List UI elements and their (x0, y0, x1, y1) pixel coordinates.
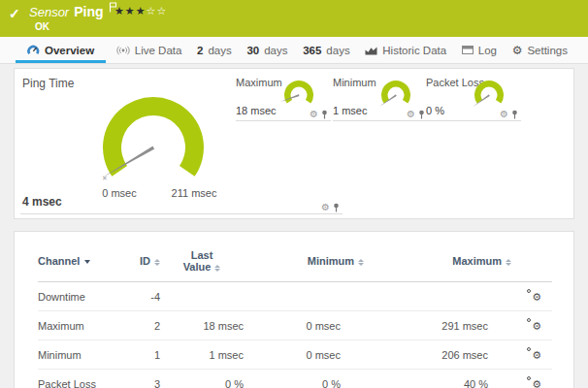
channel-maximum: 40 % (370, 370, 517, 388)
channel-last-value: 18 msec (160, 311, 244, 340)
packet-loss-gauge-widget: Packet Loss 0 % ⚙ (426, 75, 521, 121)
tab-2-days[interactable]: 2 days (192, 37, 237, 63)
gauge-current-value: 18 msec (236, 105, 277, 116)
channel-minimum (244, 282, 370, 311)
pin-icon[interactable] (333, 203, 340, 212)
gauge-scale-max: 211 msec (164, 187, 224, 199)
tab-label: days (326, 45, 349, 56)
channel-name: Packet Loss (38, 370, 125, 388)
tab-label: days (208, 45, 231, 56)
log-icon (462, 46, 474, 54)
channel-minimum: 0 msec (244, 311, 370, 340)
pin-icon[interactable] (321, 110, 328, 119)
tab-label: Historic Data (382, 45, 446, 56)
channel-name: Minimum (38, 340, 125, 370)
column-header-channel[interactable]: Channel (38, 242, 125, 282)
sort-desc-icon (84, 260, 90, 264)
tab-label: Settings (527, 45, 568, 56)
stars-empty: ☆☆ (147, 5, 168, 16)
pin-icon[interactable] (418, 110, 425, 119)
gauges-panel: Ping Time ✕ 0 msec 211 msec 4 msec ⚙ Max… (14, 68, 574, 219)
priority-stars[interactable]: ★★★☆☆ (114, 5, 167, 17)
tab-label: Live Data (135, 45, 182, 56)
gauge-dial (377, 79, 414, 106)
sensor-header: ✓ Sensor Ping ★★★☆☆ OK (0, 0, 588, 37)
channel-minimum: 0 msec (244, 340, 370, 370)
gauge-dial (471, 79, 507, 106)
table-row: Minimum 1 1 msec 0 msec 206 msec ⚙ (38, 340, 552, 370)
gauge-scale-min: 0 msec (94, 187, 145, 199)
stars-filled: ★★★ (114, 5, 147, 16)
channel-settings-icon[interactable]: ⚙ (527, 318, 541, 331)
gauge-current-value: 4 msec (22, 195, 62, 209)
tab-settings[interactable]: ⚙ Settings (507, 37, 572, 63)
channel-settings-icon[interactable]: ⚙ (527, 376, 541, 388)
gauge-current-value: 0 % (426, 105, 444, 116)
channel-id: 2 (125, 311, 160, 340)
tab-30-days[interactable]: 30 days (242, 37, 292, 63)
column-header-maximum[interactable]: Maximum (370, 242, 517, 282)
broadcast-icon (116, 46, 130, 55)
channel-maximum (370, 282, 517, 311)
tab-label: days (264, 45, 287, 56)
channels-panel: Channel ID LastValue Minimum Maximum Dow… (14, 231, 574, 388)
column-header-id[interactable]: ID (125, 242, 160, 282)
gear-icon: ⚙ (512, 46, 523, 55)
channel-id: 3 (125, 370, 160, 388)
status-check-icon: ✓ (9, 6, 20, 21)
sort-icon (506, 259, 511, 266)
area-chart-icon (365, 46, 377, 55)
sort-icon (214, 265, 220, 272)
table-row: Packet Loss 3 0 % 0 % 40 % ⚙ (38, 370, 552, 388)
tab-label: Overview (45, 45, 94, 56)
table-row: Maximum 2 18 msec 0 msec 291 msec ⚙ (38, 311, 552, 340)
tab-number: 2 (197, 45, 203, 56)
gear-icon[interactable]: ⚙ (321, 203, 330, 212)
gauge-icon (27, 45, 40, 55)
minimum-gauge-widget: Minimum 1 msec ⚙ (333, 75, 428, 121)
gauge-current-value: 1 msec (333, 105, 367, 116)
tab-number: 30 (246, 45, 259, 56)
table-row: Downtime -4 ⚙ (38, 282, 552, 311)
column-header-minimum[interactable]: Minimum (244, 242, 370, 282)
tab-historic-data[interactable]: Historic Data (360, 37, 451, 63)
gauge-dial (280, 79, 317, 106)
channel-settings-icon[interactable]: ⚙ (527, 347, 541, 360)
channel-last-value (160, 282, 244, 311)
channel-name: Maximum (38, 311, 125, 340)
gauge-dial: ✕ (90, 91, 216, 180)
channel-maximum: 206 msec (370, 340, 517, 370)
tab-log[interactable]: Log (457, 37, 502, 63)
gear-icon[interactable]: ⚙ (310, 110, 318, 119)
tab-overview[interactable]: Overview (16, 37, 106, 63)
sensor-type-label: Sensor (29, 5, 69, 19)
column-header-last-value[interactable]: LastValue (160, 242, 244, 282)
gear-icon[interactable]: ⚙ (407, 110, 415, 119)
channel-id: -4 (125, 282, 160, 311)
tab-label: Log (478, 45, 497, 56)
channel-id: 1 (125, 340, 160, 370)
channel-settings-icon[interactable]: ⚙ (527, 289, 541, 302)
maximum-gauge-widget: Maximum 18 msec ⚙ (236, 75, 331, 121)
channel-last-value: 1 msec (160, 340, 244, 370)
tab-live-data[interactable]: Live Data (112, 37, 187, 63)
gear-icon[interactable]: ⚙ (500, 110, 508, 119)
channel-last-value: 0 % (160, 370, 244, 388)
channels-table: Channel ID LastValue Minimum Maximum Dow… (38, 242, 552, 388)
sensor-name: Ping (74, 4, 103, 19)
channel-name: Downtime (38, 282, 125, 311)
sort-icon (358, 259, 364, 266)
needle-marker-icon: ✕ (102, 175, 108, 182)
sensor-title: Sensor Ping (29, 4, 117, 19)
pin-icon[interactable] (511, 110, 518, 119)
status-badge: OK (35, 21, 49, 32)
tab-number: 365 (303, 45, 321, 56)
channel-minimum: 0 % (244, 370, 370, 388)
channel-maximum: 291 msec (370, 311, 517, 340)
sort-icon (154, 259, 160, 266)
tab-365-days[interactable]: 365 days (298, 37, 354, 63)
column-header-actions (517, 242, 552, 282)
tab-bar: Overview Live Data 2 days 30 days 365 da… (0, 37, 588, 64)
